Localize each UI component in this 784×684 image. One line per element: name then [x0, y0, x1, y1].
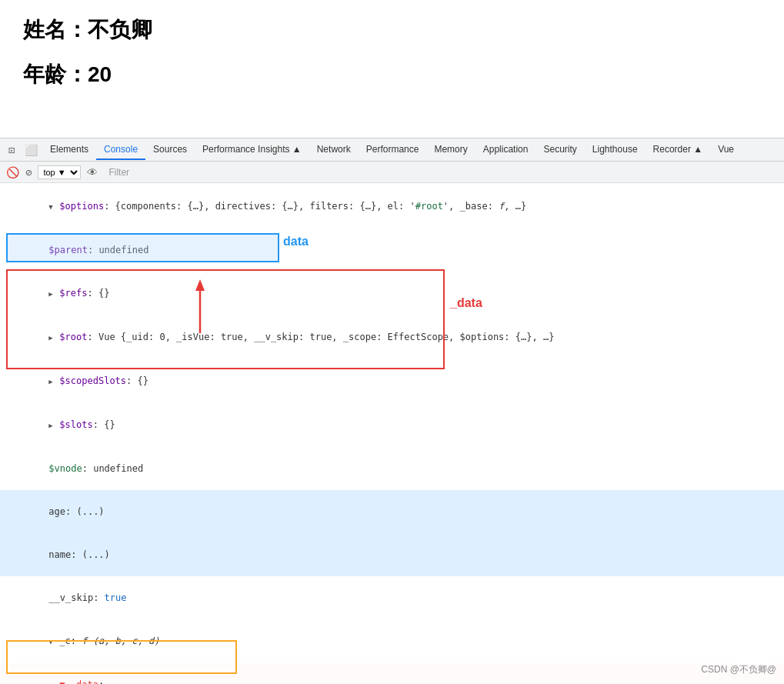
tab-performance[interactable]: Performance [359, 140, 427, 160]
page-title-age: 年龄：20 [23, 60, 761, 89]
tab-sources[interactable]: Sources [145, 140, 195, 160]
toggle-root[interactable] [48, 330, 58, 345]
inspect-icon[interactable]: ⊡ [4, 142, 19, 158]
tab-performance-insights[interactable]: Performance Insights ▲ [195, 140, 309, 160]
stop-icon[interactable]: ⊘ [25, 166, 32, 179]
context-select[interactable]: top ▼ [38, 165, 81, 179]
toggle-options[interactable] [48, 199, 58, 214]
tab-lighthouse[interactable]: Lighthouse [585, 140, 646, 160]
console-line: $root: Vue {_uid: 0, _isVue: true, __v_s… [0, 315, 784, 359]
devtools-tab-bar: ⊡ ⬜ Elements Console Sources Performance… [0, 138, 784, 162]
tab-memory[interactable]: Memory [426, 140, 475, 160]
console-line: $parent: undefined [0, 229, 784, 272]
clear-icon[interactable]: 🚫 [6, 166, 19, 179]
console-line: $slots: {} [0, 403, 784, 447]
tab-application[interactable]: Application [475, 140, 536, 160]
eye-icon[interactable]: 👁 [87, 166, 98, 179]
device-icon[interactable]: ⬜ [23, 142, 38, 158]
tab-console[interactable]: Console [96, 140, 145, 160]
label-data: data [283, 235, 309, 249]
toggle-scopedslots[interactable] [48, 374, 58, 389]
toggle-refs[interactable] [48, 286, 58, 301]
watermark: CSDN @不负卿@ [701, 663, 776, 676]
tab-network[interactable]: Network [309, 140, 359, 160]
toggle-c[interactable] [48, 634, 58, 649]
filter-input[interactable]: Filter [104, 166, 134, 179]
label-_data: _data [450, 296, 482, 310]
console-line: $options: {components: {…}, directives: … [0, 185, 784, 229]
page-title-name: 姓名：不负卿 [23, 15, 761, 45]
console-line-age-highlight: age: (...) [0, 490, 784, 533]
tab-vue[interactable]: Vue [710, 140, 742, 160]
console-line: $refs: {} [0, 272, 784, 315]
tab-elements[interactable]: Elements [42, 140, 96, 160]
console-line: $scopedSlots: {} [0, 359, 784, 403]
console-line: $vnode: undefined [0, 447, 784, 490]
tab-security[interactable]: Security [535, 140, 584, 160]
tab-recorder[interactable]: Recorder ▲ [646, 140, 711, 160]
toggle-data[interactable] [48, 678, 58, 684]
console-line: _c: f (a, b, c, d) [0, 619, 784, 663]
tab-icons: ⊡ ⬜ [4, 142, 38, 158]
toggle-slots[interactable] [48, 418, 58, 432]
console-line-data-open: ▼ _data: [0, 663, 784, 684]
devtools-panel: ⊡ ⬜ Elements Console Sources Performance… [0, 138, 784, 684]
console-toolbar: 🚫 ⊘ top ▼ 👁 Filter [0, 162, 784, 183]
console-line: __v_skip: true [0, 576, 784, 619]
console-line-name-highlight: name: (...) [0, 533, 784, 576]
console-output[interactable]: $options: {components: {…}, directives: … [0, 183, 784, 684]
